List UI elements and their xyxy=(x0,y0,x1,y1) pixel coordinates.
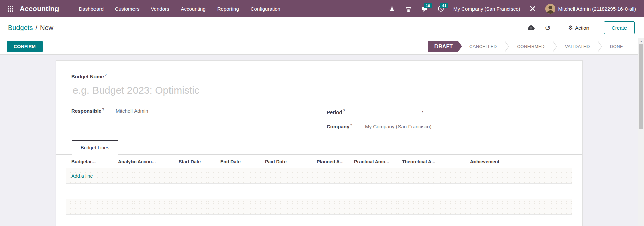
col-achievement[interactable]: Achievement xyxy=(465,159,572,164)
chevron-separator-icon xyxy=(504,41,510,52)
responsible-value[interactable]: Mitchell Admin xyxy=(116,108,148,114)
grid-dots xyxy=(8,6,13,12)
col-paid-date[interactable]: Paid Date xyxy=(260,159,312,164)
menu-configuration[interactable]: Configuration xyxy=(245,3,286,15)
state-cancelled[interactable]: CANCELLED xyxy=(462,41,504,52)
company-label: Company? xyxy=(327,123,365,129)
apps-grid-icon[interactable] xyxy=(5,3,16,14)
breadcrumb-budgets-link[interactable]: Budgets xyxy=(8,24,33,32)
messages-count-badge: 10 xyxy=(424,3,432,8)
menu-dashboard[interactable]: Dashboard xyxy=(73,3,109,15)
state-validated[interactable]: VALIDATED xyxy=(558,41,597,52)
company-label-text: Company xyxy=(327,124,349,129)
voip-phone-icon[interactable] xyxy=(402,3,415,15)
budget-lines-header-row: Budgetar... Analytic Accou... Start Date… xyxy=(66,155,572,168)
menu-reporting[interactable]: Reporting xyxy=(212,3,245,15)
menu-customers[interactable]: Customers xyxy=(109,3,145,15)
col-planned-amount[interactable]: Planned A... xyxy=(312,159,349,164)
form-statusbar: CONFIRM DRAFT CANCELLED CONFIRMED VALIDA… xyxy=(0,38,638,55)
breadcrumb-current: New xyxy=(40,24,53,32)
responsible-field: Responsible? Mitchell Admin xyxy=(71,108,260,114)
col-end-date[interactable]: End Date xyxy=(215,159,260,164)
menu-accounting[interactable]: Accounting xyxy=(175,3,211,15)
confirm-button[interactable]: CONFIRM xyxy=(7,41,43,52)
budget-name-input[interactable] xyxy=(71,82,424,99)
help-marker: ? xyxy=(350,123,352,127)
avatar xyxy=(545,4,555,14)
messages-icon[interactable]: 10 xyxy=(418,3,431,15)
state-done[interactable]: DONE xyxy=(603,41,631,52)
chevron-separator-icon xyxy=(597,41,603,52)
period-field: Period? → xyxy=(327,108,542,115)
budget-lines-table: Budgetar... Analytic Accou... Start Date… xyxy=(66,155,572,226)
activities-count-badge: 41 xyxy=(440,3,448,8)
bug-icon[interactable] xyxy=(385,3,399,15)
save-cloud-icon[interactable] xyxy=(525,22,537,34)
gear-icon: ⚙ xyxy=(568,25,573,31)
discard-undo-icon[interactable]: ↺ xyxy=(542,22,554,34)
undo-glyph: ↺ xyxy=(545,24,551,32)
empty-row xyxy=(66,184,572,199)
scrollbar-thumb[interactable] xyxy=(639,44,643,129)
debug-tools-icon[interactable] xyxy=(526,3,539,15)
responsible-label: Responsible? xyxy=(71,108,116,114)
period-start-input[interactable] xyxy=(365,108,415,114)
col-start-date[interactable]: Start Date xyxy=(174,159,215,164)
empty-row xyxy=(66,215,572,226)
budget-name-label: Budget Name? xyxy=(71,73,107,79)
company-switcher[interactable]: My Company (San Francisco) xyxy=(450,3,523,14)
navbar-systray: 10 41 My Company (San Francisco) xyxy=(385,1,639,16)
control-panel: Budgets / New ↺ ⚙ Action Create xyxy=(0,17,644,38)
notebook-tabs: Budget Lines xyxy=(56,140,582,155)
field-group-left: Responsible? Mitchell Admin xyxy=(71,108,260,122)
tab-budget-lines[interactable]: Budget Lines xyxy=(72,140,118,155)
period-label: Period? xyxy=(327,109,365,115)
col-analytic-account[interactable]: Analytic Accou... xyxy=(113,159,174,164)
period-label-text: Period xyxy=(327,109,342,115)
app-name[interactable]: Accounting xyxy=(20,5,59,13)
activities-clock-icon[interactable]: 41 xyxy=(434,3,447,15)
create-button[interactable]: Create xyxy=(604,21,635,34)
cloud-upload-glyph xyxy=(527,24,535,32)
help-marker: ? xyxy=(102,108,104,111)
breadcrumb-separator: / xyxy=(35,24,37,32)
company-value[interactable]: My Company (San Francisco) xyxy=(365,124,431,129)
user-menu[interactable]: Mitchell Admin (21182295-16-0-all) xyxy=(542,1,639,16)
col-budgetary-position[interactable]: Budgetar... xyxy=(66,159,113,164)
help-marker: ? xyxy=(343,109,345,113)
responsible-label-text: Responsible xyxy=(71,108,101,114)
scrollbar-up-arrow[interactable]: ▲ xyxy=(638,38,644,44)
form-sheet: Budget Name? Responsible? Mitchell Admin… xyxy=(56,60,583,226)
bug-glyph xyxy=(389,5,395,12)
tools-glyph xyxy=(529,5,537,13)
action-label: Action xyxy=(575,25,589,31)
add-a-line-link[interactable]: Add a line xyxy=(66,168,93,184)
statusbar-steps: DRAFT CANCELLED CONFIRMED VALIDATED DONE xyxy=(428,41,631,52)
form-view-area: Budget Name? Responsible? Mitchell Admin… xyxy=(0,55,638,226)
period-end-input[interactable] xyxy=(428,108,478,114)
help-marker: ? xyxy=(105,73,107,77)
user-name: Mitchell Admin (21182295-16-0-all) xyxy=(558,6,636,12)
vertical-scrollbar: ▲ xyxy=(638,38,644,226)
notebook: Budget Lines Budgetar... Analytic Accou.… xyxy=(56,140,582,226)
add-line-row: Add a line xyxy=(66,168,572,184)
control-panel-buttons: ↺ ⚙ Action Create xyxy=(525,21,636,34)
chevron-separator-icon xyxy=(552,41,558,52)
odoo-accounting-budget-new-page: { "colors": { "brand": "#714B67", "accen… xyxy=(0,0,644,226)
text-cursor xyxy=(72,84,72,97)
state-confirmed[interactable]: CONFIRMED xyxy=(510,41,552,52)
period-range: → xyxy=(365,108,478,115)
state-draft[interactable]: DRAFT xyxy=(428,41,462,52)
company-field: Company? My Company (San Francisco) xyxy=(327,123,542,129)
budget-name-input-wrap xyxy=(71,82,424,99)
field-group-right: Period? → Company? My Company (San Franc… xyxy=(327,108,542,137)
avatar-silhouette xyxy=(545,4,555,14)
budget-name-label-text: Budget Name xyxy=(71,74,104,79)
main-menu: Dashboard Customers Vendors Accounting R… xyxy=(73,3,286,15)
empty-row xyxy=(66,199,572,215)
col-practical-amount[interactable]: Practical Amo... xyxy=(349,159,397,164)
phone-glyph xyxy=(405,5,412,12)
action-menu-button[interactable]: ⚙ Action xyxy=(564,22,593,33)
menu-vendors[interactable]: Vendors xyxy=(145,3,175,15)
col-theoretical-amount[interactable]: Theoretical A... xyxy=(397,159,465,164)
